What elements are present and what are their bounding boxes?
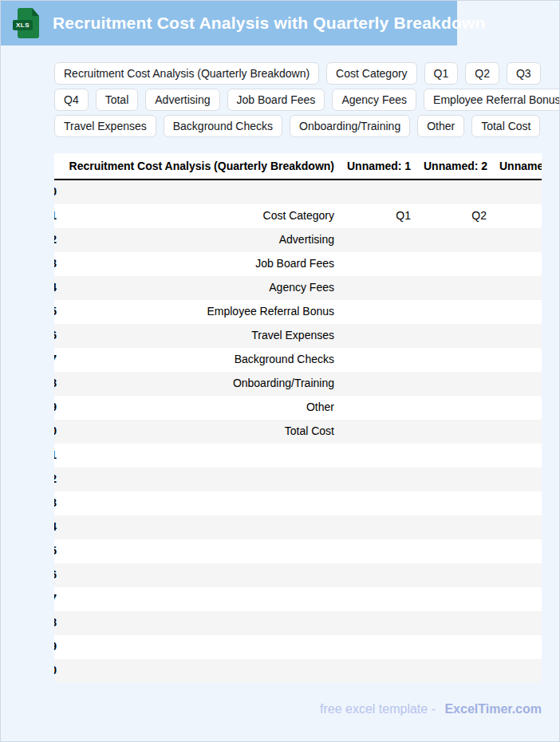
table-row: 18 — [54, 611, 542, 635]
table-cell — [60, 587, 341, 611]
table-cell — [60, 563, 341, 587]
table-cell: Agency Fees — [60, 276, 341, 300]
row-index: 12 — [54, 468, 60, 491]
table-cell — [341, 372, 417, 396]
keyword-chip: Q1 — [424, 62, 459, 85]
row-index: 1 — [54, 204, 60, 228]
table-cell — [341, 563, 417, 587]
table-row: 1Cost CategoryQ1Q2 — [54, 204, 542, 228]
keyword-chip: Total — [96, 89, 139, 111]
row-index: 17 — [54, 587, 60, 611]
table-cell — [417, 611, 493, 635]
table-cell — [493, 252, 542, 276]
row-index: 20 — [54, 659, 60, 683]
table-cell: Background Checks — [60, 348, 341, 372]
table-cell — [341, 348, 417, 372]
table-cell — [60, 468, 341, 491]
row-index: 6 — [54, 324, 60, 348]
keyword-chip: Background Checks — [164, 115, 282, 137]
row-index: 11 — [54, 444, 60, 468]
table-cell — [417, 228, 493, 252]
table-row: 12 — [54, 468, 542, 491]
chip-row: Recruitment Cost Analysis (Quarterly Bre… — [54, 62, 559, 85]
table-cell — [417, 444, 493, 468]
table-cell — [341, 228, 417, 252]
table-row: 5Employee Referral Bonus — [54, 300, 542, 324]
table-cell — [341, 635, 417, 659]
row-index: 4 — [54, 276, 60, 300]
table-cell — [60, 539, 341, 563]
table-cell — [417, 420, 493, 444]
index-column-header — [54, 153, 60, 180]
table-cell — [417, 563, 493, 587]
table-row: 0 — [54, 180, 542, 204]
row-index: 3 — [54, 252, 60, 276]
keyword-chip: Other — [417, 115, 464, 137]
table-cell — [493, 324, 542, 348]
data-table: Recruitment Cost Analysis (Quarterly Bre… — [54, 153, 542, 683]
table-row: 11 — [54, 444, 542, 468]
table-cell — [417, 372, 493, 396]
table-row: 10Total Cost — [54, 420, 542, 444]
table-cell — [417, 539, 493, 563]
chip-row: Travel ExpensesBackground ChecksOnboardi… — [54, 115, 559, 137]
table-cell — [341, 180, 417, 204]
table-cell — [60, 491, 341, 515]
table-cell: Cost Category — [60, 204, 341, 228]
table-cell — [493, 396, 542, 420]
row-index: 8 — [54, 372, 60, 396]
table-cell — [341, 515, 417, 539]
table-cell — [493, 444, 542, 468]
table-cell — [417, 276, 493, 300]
table-cell: Employee Referral Bonus — [60, 300, 341, 324]
table-cell — [341, 444, 417, 468]
table-row: 7Background Checks — [54, 348, 542, 372]
table-cell — [60, 444, 341, 468]
table-cell: Total Cost — [60, 420, 341, 444]
table-cell — [493, 180, 542, 204]
footer-brand-link[interactable]: ExcelTimer.com — [444, 702, 542, 716]
keyword-chip: Q4 — [54, 89, 89, 111]
keyword-chip: Job Board Fees — [227, 89, 325, 111]
table-cell — [417, 587, 493, 611]
table-cell — [417, 515, 493, 539]
table-cell — [341, 252, 417, 276]
table-cell — [417, 491, 493, 515]
page-title: Recruitment Cost Analysis with Quarterly… — [53, 14, 486, 33]
table-cell — [493, 491, 542, 515]
table-cell — [493, 611, 542, 635]
table-cell — [493, 539, 542, 563]
table-row: 3Job Board Fees — [54, 252, 542, 276]
table-cell — [417, 468, 493, 491]
table-row: 8Onboarding/Training — [54, 372, 542, 396]
table-cell — [341, 396, 417, 420]
table-row: 20 — [54, 659, 542, 683]
table-row: 16 — [54, 563, 542, 587]
keyword-chip: Recruitment Cost Analysis (Quarterly Bre… — [54, 62, 319, 85]
xls-badge: XLS — [13, 20, 33, 30]
table-row: 2Advertising — [54, 228, 542, 252]
keyword-chip: Advertising — [145, 89, 219, 111]
table-cell — [341, 420, 417, 444]
table-cell — [60, 180, 341, 204]
table-row: 15 — [54, 539, 542, 563]
column-header: Recruitment Cost Analysis (Quarterly Bre… — [60, 153, 341, 180]
table-cell — [341, 491, 417, 515]
header-bar: XLS Recruitment Cost Analysis with Quart… — [1, 1, 457, 45]
table-cell — [341, 468, 417, 491]
table-row: 17 — [54, 587, 542, 611]
table-container: Recruitment Cost Analysis (Quarterly Bre… — [54, 153, 542, 683]
table-header-row: Recruitment Cost Analysis (Quarterly Bre… — [54, 153, 542, 180]
row-index: 7 — [54, 348, 60, 372]
table-cell — [493, 563, 542, 587]
page: XLS Recruitment Cost Analysis with Quart… — [0, 0, 560, 742]
chip-row: Q4TotalAdvertisingJob Board FeesAgency F… — [54, 89, 559, 111]
row-index: 15 — [54, 539, 60, 563]
footer: free excel template - ExcelTimer.com — [1, 702, 542, 716]
keyword-chip: Agency Fees — [332, 89, 416, 111]
footer-text: free excel template - — [320, 702, 436, 716]
column-header: Unnamed: 2 — [417, 153, 493, 180]
table-cell — [417, 348, 493, 372]
column-header: Unnamed: 3 — [493, 153, 542, 180]
table-cell: Onboarding/Training — [60, 372, 341, 396]
